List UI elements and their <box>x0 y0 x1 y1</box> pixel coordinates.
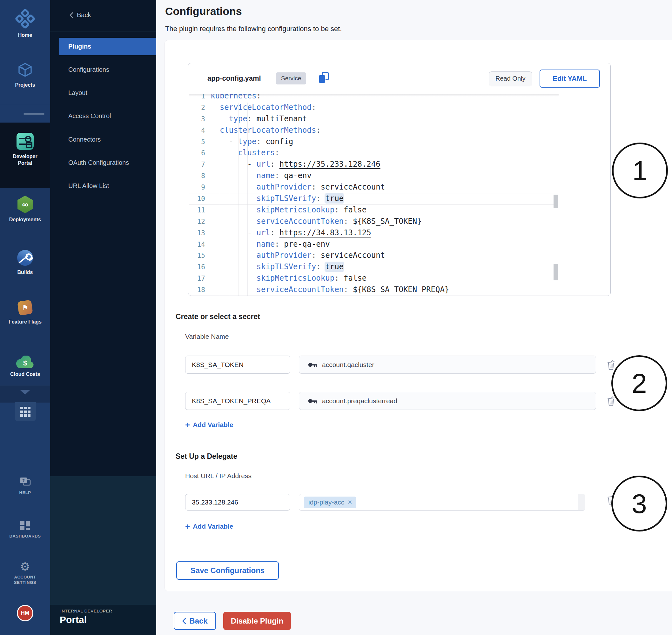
yaml-editor-header: app-config.yaml Service Read Only Edit Y… <box>188 63 610 94</box>
add-variable-label: Add Variable <box>193 523 233 530</box>
variable-name-input[interactable]: K8S_SA_TOKEN_PREQA <box>185 392 290 410</box>
projects-cube-icon <box>18 62 33 78</box>
cloud-costs-icon: $ <box>16 356 34 369</box>
variable-name-value: K8S_SA_TOKEN_PREQA <box>192 397 270 405</box>
service-badge: Service <box>276 72 306 85</box>
sidebar-item-developer-portal[interactable]: Developer Portal <box>0 133 50 167</box>
page-subtitle: The plugin requires the following config… <box>165 25 342 33</box>
module-grid-button[interactable] <box>15 402 36 421</box>
back-button[interactable]: Back <box>174 612 216 630</box>
editor-top-shadow <box>189 94 559 96</box>
apps-grid-icon <box>20 407 30 417</box>
sidenav-item-layout[interactable]: Layout <box>68 86 156 99</box>
sidenav-item-connectors[interactable]: Connectors <box>68 133 156 146</box>
yaml-filename: app-config.yaml <box>208 74 261 83</box>
module-list-expander[interactable] <box>0 390 50 395</box>
code-line: 4 clusterLocatorMethods: <box>189 125 558 136</box>
scrollbar-thumb[interactable] <box>554 264 558 280</box>
sidebar-item-dashboards[interactable]: DASHBOARDS <box>0 521 50 539</box>
chevron-down-icon <box>20 390 30 395</box>
secret-reference-value: account.preqaclusterread <box>322 397 397 405</box>
avatar-initials: HM <box>21 610 29 616</box>
builds-icon <box>17 250 33 266</box>
feature-flags-icon: ⚑ <box>17 300 33 315</box>
add-variable-label: Add Variable <box>193 421 233 429</box>
key-icon <box>308 362 318 367</box>
annotation-step-1: 1 <box>612 143 668 198</box>
delete-variable-icon[interactable] <box>607 359 616 370</box>
code-line: 8 name: qa-env <box>189 170 558 182</box>
sidebar-item-deployments[interactable]: ∞ Deployments <box>0 196 50 223</box>
module-sidebar: Home Projects Developer Portal ∞ Deploym… <box>0 0 50 635</box>
back-button-label: Back <box>189 617 208 626</box>
sidebar-item-label: Cloud Costs <box>0 371 50 377</box>
code-line: 13 - url: https://34.83.13.125 <box>189 227 558 239</box>
sidenav-divider <box>50 31 156 31</box>
sidebar-item-home[interactable]: Home <box>0 12 50 38</box>
code-line: 6 clusters: <box>189 147 558 159</box>
delegate-tag-chip[interactable]: idp-play-acc ✕ <box>304 497 356 508</box>
disable-plugin-button[interactable]: Disable Plugin <box>223 612 291 630</box>
sidenav-item-oauth-configurations[interactable]: OAuth Configurations <box>68 156 156 169</box>
remove-tag-icon[interactable]: ✕ <box>347 499 352 506</box>
sidenav-item-plugins[interactable]: Plugins <box>59 38 156 55</box>
sidebar-item-label: DASHBOARDS <box>0 533 50 539</box>
sidebar-item-projects[interactable]: Projects <box>0 62 50 88</box>
code-line: 11 skipMetricsLookup: false <box>189 204 558 216</box>
sidenav-item-configurations[interactable]: Configurations <box>68 63 156 76</box>
variable-name-label: Variable Name <box>185 333 229 341</box>
variable-name-input[interactable]: K8S_SA_TOKEN <box>185 356 290 374</box>
sidebar-item-feature-flags[interactable]: ⚑ Feature Flags <box>0 301 50 325</box>
deployments-icon: ∞ <box>17 196 33 213</box>
code-editor[interactable]: 1kubernetes:2 serviceLocatorMethod:3 typ… <box>189 94 559 296</box>
svg-text:?: ? <box>22 478 25 483</box>
read-only-badge: Read Only <box>489 71 532 86</box>
sidebar-collapse-handle[interactable] <box>23 113 44 115</box>
code-line: 12 serviceAccountToken: ${K8S_SA_TOKEN} <box>189 216 558 227</box>
host-url-label: Host URL / IP Address <box>185 472 252 480</box>
sidebar-item-builds[interactable]: Builds <box>0 250 50 276</box>
sidenav-item-access-control[interactable]: Access Control <box>68 110 156 122</box>
sidebar-item-help[interactable]: ? HELP <box>0 477 50 495</box>
secret-select-field[interactable]: account.qacluster <box>299 356 596 374</box>
app-window: Home Projects Developer Portal ∞ Deploym… <box>0 0 672 635</box>
delete-variable-icon[interactable] <box>607 396 616 407</box>
chevron-left-icon <box>69 12 74 18</box>
tagfield-scroll-gutter <box>578 494 585 510</box>
back-nav-label: Back <box>77 12 91 19</box>
sidenav-item-url-allow-list[interactable]: URL Allow List <box>68 179 156 192</box>
save-configurations-button[interactable]: Save Configurations <box>176 561 279 580</box>
annotation-step-2: 2 <box>611 355 667 411</box>
code-lines: 1kubernetes:2 serviceLocatorMethod:3 typ… <box>189 94 558 295</box>
add-variable-button[interactable]: + Add Variable <box>185 421 233 429</box>
sidebar-item-account-settings[interactable]: ⚙ ACCOUNT SETTINGS <box>0 561 50 585</box>
svg-text:$: $ <box>23 359 27 367</box>
code-line: 5 - type: config <box>189 136 558 148</box>
secrets-heading: Create or select a secret <box>176 312 260 321</box>
sidebar-item-label: Developer Portal <box>0 153 50 167</box>
dashboards-icon <box>20 521 30 530</box>
add-variable-button[interactable]: + Add Variable <box>185 523 233 530</box>
scrollbar-thumb[interactable] <box>554 195 558 208</box>
avatar[interactable]: HM <box>18 606 32 620</box>
edit-yaml-button[interactable]: Edit YAML <box>540 69 600 88</box>
gear-icon: ⚙ <box>0 561 50 573</box>
host-url-value: 35.233.128.246 <box>192 499 238 506</box>
back-nav-link[interactable]: Back <box>69 12 91 19</box>
plugin-sidebar: INTERNAL DEVELOPER Portal Back Plugins C… <box>50 0 156 635</box>
delegate-tags-field[interactable]: idp-play-acc ✕ <box>299 494 585 510</box>
sidebar-item-label: ACCOUNT SETTINGS <box>0 574 50 585</box>
variable-name-value: K8S_SA_TOKEN <box>192 361 244 369</box>
copy-icon[interactable] <box>318 72 329 84</box>
sidebar-item-cloud-costs[interactable]: $ Cloud Costs <box>0 356 50 377</box>
secret-select-field[interactable]: account.preqaclusterread <box>299 392 596 410</box>
sidebar-item-label: Home <box>0 32 50 38</box>
sidebar-item-label: Projects <box>0 82 50 88</box>
help-icon: ? <box>19 477 31 487</box>
delegate-heading: Set Up a Delegate <box>176 452 237 461</box>
host-url-input[interactable]: 35.233.128.246 <box>185 494 290 510</box>
code-line: 3 type: multiTenant <box>189 113 558 125</box>
brand-band: INTERNAL DEVELOPER Portal <box>50 605 156 635</box>
key-icon <box>308 398 318 403</box>
code-line: 14 name: pre-qa-env <box>189 239 558 250</box>
